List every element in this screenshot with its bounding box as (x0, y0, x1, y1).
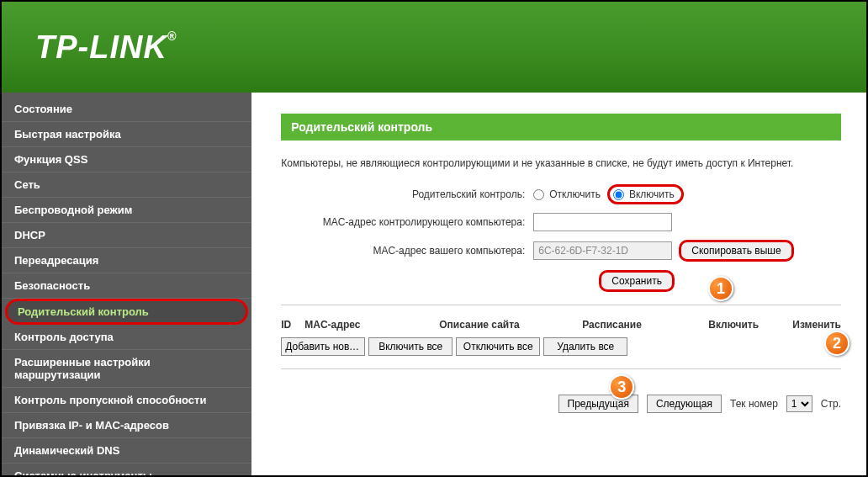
radio-disable[interactable] (533, 189, 544, 200)
add-new-button[interactable]: Добавить новую (281, 337, 365, 356)
main-panel: Родительский контроль Компьютеры, не явл… (251, 93, 866, 475)
sidebar-item-qss[interactable]: Функция QSS (2, 147, 251, 172)
sidebar-item-system-tools[interactable]: Системные инструменты (2, 464, 251, 477)
radio-enable-label: Включить (629, 188, 675, 200)
sidebar: Состояние Быстрая настройка Функция QSS … (2, 93, 251, 475)
radio-disable-label: Отключить (549, 188, 601, 200)
delete-all-button[interactable]: Удалить все (543, 337, 627, 356)
table-header: ID MAC-адрес Описание сайта Расписание В… (281, 315, 841, 334)
page-select[interactable]: 1 (786, 395, 812, 412)
page-title: Родительский контроль (281, 114, 841, 140)
current-page-label: Тек номер (730, 398, 778, 410)
sidebar-item-routing[interactable]: Расширенные настройки маршрутизации (2, 350, 251, 388)
radio-enable[interactable] (613, 189, 624, 200)
sidebar-item-parental-control[interactable]: Родительский контроль (5, 299, 248, 325)
sidebar-item-bandwidth[interactable]: Контроль пропускной способности (2, 388, 251, 413)
divider (281, 368, 841, 369)
sidebar-item-access-control[interactable]: Контроль доступа (2, 325, 251, 350)
sidebar-item-dhcp[interactable]: DHCP (2, 223, 251, 248)
callout-1: 1 (708, 276, 733, 301)
th-enable: Включить (708, 319, 792, 331)
th-id: ID (281, 319, 304, 331)
pager: Предыдущая Следующая Тек номер 1 Стр. (281, 395, 841, 413)
ctrl-mac-input[interactable] (533, 213, 672, 231)
sidebar-item-forwarding[interactable]: Переадресация (2, 248, 251, 273)
next-page-button[interactable]: Следующая (647, 395, 722, 413)
your-mac-input (533, 241, 672, 260)
disable-all-button[interactable]: Отключить все (456, 337, 540, 356)
enable-all-button[interactable]: Включить все (368, 337, 453, 356)
label-your-mac: MAC-адрес вашего компьютера: (281, 245, 533, 257)
sidebar-item-ip-mac-binding[interactable]: Привязка IP- и MAC-адресов (2, 413, 251, 438)
label-parental-control: Родительский контроль: (281, 188, 533, 200)
info-text: Компьютеры, не являющиеся контролирующим… (281, 157, 841, 169)
save-button[interactable]: Сохранить (599, 270, 675, 292)
header: TP-LINK® (2, 2, 866, 93)
th-mac: MAC-адрес (304, 319, 439, 331)
page-suffix: Стр. (821, 398, 841, 410)
table-actions: Добавить новую Включить все Отключить вс… (281, 337, 841, 356)
sidebar-item-wireless[interactable]: Беспроводной режим (2, 198, 251, 223)
callout-2: 2 (824, 331, 849, 356)
sidebar-item-security[interactable]: Безопасность (2, 273, 251, 299)
copy-above-button[interactable]: Скопировать выше (679, 240, 793, 262)
sidebar-item-status[interactable]: Состояние (2, 97, 251, 122)
th-sched: Расписание (582, 319, 708, 331)
divider (281, 305, 841, 305)
sidebar-item-quicksetup[interactable]: Быстрая настройка (2, 122, 251, 147)
th-desc: Описание сайта (439, 319, 582, 331)
sidebar-item-network[interactable]: Сеть (2, 172, 251, 198)
th-change: Изменить (792, 319, 841, 331)
sidebar-item-ddns[interactable]: Динамический DNS (2, 438, 251, 464)
brand-logo: TP-LINK® (35, 29, 177, 66)
label-ctrl-mac: MAC-адрес контролирующего компьютера: (281, 216, 533, 228)
